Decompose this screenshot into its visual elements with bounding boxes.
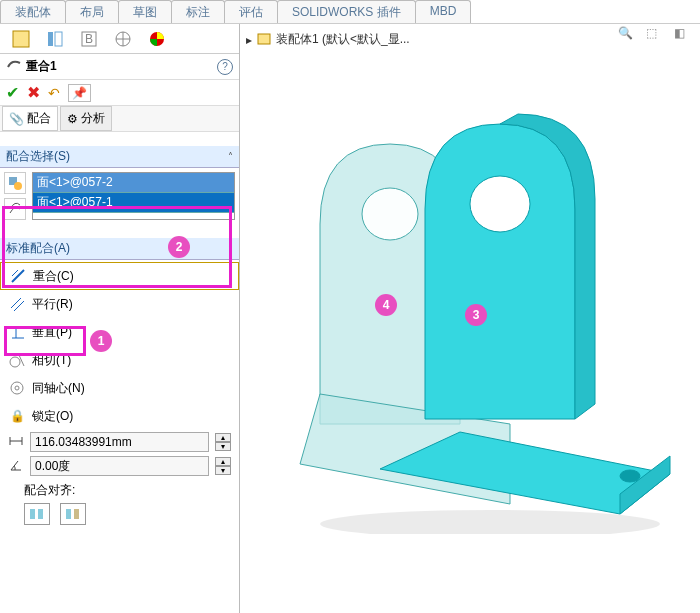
svg-point-17 <box>10 357 20 367</box>
chevron-up-icon: ˄ <box>228 243 233 254</box>
selection-item[interactable]: 面<1>@057-2 <box>33 173 234 193</box>
tab-sketch[interactable]: 草图 <box>118 0 172 23</box>
flyout-tree-label: 装配体1 (默认<默认_显... <box>276 31 410 48</box>
entity-filter-icon[interactable] <box>4 172 26 194</box>
subtab-analyze-label: 分析 <box>81 110 105 127</box>
tab-assembly[interactable]: 装配体 <box>0 0 66 23</box>
mate-label: 平行(R) <box>32 296 73 313</box>
mate-label: 相切(T) <box>32 352 71 369</box>
distance-row: ▴▾ <box>0 430 239 454</box>
mate-label: 锁定(O) <box>32 408 73 425</box>
svg-point-10 <box>14 182 22 190</box>
section-sel-label: 配合选择(S) <box>6 148 70 165</box>
mate-alignment: 配合对齐: <box>0 478 239 529</box>
svg-rect-27 <box>74 509 79 519</box>
angle-spinner[interactable]: ▴▾ <box>215 457 231 475</box>
feature-manager-icon[interactable] <box>10 28 32 50</box>
subtab-mate[interactable]: 📎配合 <box>2 106 58 131</box>
clip-icon: 📎 <box>9 112 24 126</box>
mate-tangent[interactable]: 相切(T) <box>0 346 239 374</box>
expand-icon[interactable]: ▸ <box>246 33 252 47</box>
selection-body: 面<1>@057-2 面<1>@057-1 <box>0 168 239 224</box>
svg-line-12 <box>12 270 18 276</box>
svg-rect-2 <box>55 32 62 46</box>
svg-text:B: B <box>85 32 93 46</box>
ok-icon[interactable]: ✔ <box>6 83 19 102</box>
graphics-area[interactable]: 🔍 ⬚ ◧ ▸ 装配体1 (默认<默认_显... <box>240 24 700 613</box>
mate-label: 同轴心(N) <box>32 380 85 397</box>
distance-icon <box>8 433 24 452</box>
tab-addins[interactable]: SOLIDWORKS 插件 <box>277 0 416 23</box>
align-opposed-button[interactable] <box>60 503 86 525</box>
property-manager: B 重合1 ? ✔ ✖ ↶ 📌 📎配合 ⚙分析 配合选择(S) ˄ <box>0 24 240 613</box>
svg-rect-28 <box>258 34 270 44</box>
svg-rect-25 <box>38 509 43 519</box>
svg-point-31 <box>620 470 640 482</box>
svg-point-19 <box>11 382 23 394</box>
svg-line-13 <box>11 298 21 308</box>
section-std-label: 标准配合(A) <box>6 240 70 257</box>
pm-toolbar: B <box>0 24 239 54</box>
selection-list[interactable]: 面<1>@057-2 面<1>@057-1 <box>32 172 235 220</box>
standard-mates-body: 重合(C) 平行(R) 垂直(P) 相切(T) 同轴心(N) 🔒锁定(O) ▴▾… <box>0 260 239 531</box>
svg-line-14 <box>14 301 24 311</box>
view-cube-icon[interactable]: ⬚ <box>646 26 666 46</box>
mate-concentric[interactable]: 同轴心(N) <box>0 374 239 402</box>
mate-parallel[interactable]: 平行(R) <box>0 290 239 318</box>
section-standard-mates[interactable]: 标准配合(A) ˄ <box>0 238 239 260</box>
tangent-icon <box>8 351 26 369</box>
command-tabs: 装配体 布局 草图 标注 评估 SOLIDWORKS 插件 MBD <box>0 0 700 24</box>
svg-rect-26 <box>66 509 71 519</box>
pm-confirm-row: ✔ ✖ ↶ 📌 <box>0 80 239 106</box>
subtab-mate-label: 配合 <box>27 110 51 127</box>
svg-point-29 <box>362 188 418 240</box>
property-manager-icon[interactable] <box>44 28 66 50</box>
assembly-icon <box>256 30 272 49</box>
tab-mbd[interactable]: MBD <box>415 0 472 23</box>
angle-row: ▴▾ <box>0 454 239 478</box>
cancel-icon[interactable]: ✖ <box>27 83 40 102</box>
annotation-callout: 3 <box>465 304 487 326</box>
pushpin-icon[interactable]: 📌 <box>68 84 91 102</box>
perpendicular-icon <box>8 323 26 341</box>
help-icon[interactable]: ? <box>217 59 233 75</box>
lock-icon: 🔒 <box>8 407 26 425</box>
section-mate-selections[interactable]: 配合选择(S) ˄ <box>0 146 239 168</box>
display-manager-icon[interactable] <box>146 28 168 50</box>
multi-mate-icon[interactable] <box>4 198 26 220</box>
annotation-callout: 2 <box>168 236 190 258</box>
chevron-up-icon: ˄ <box>228 151 233 162</box>
tab-layout[interactable]: 布局 <box>65 0 119 23</box>
pm-title-row: 重合1 ? <box>0 54 239 80</box>
undo-icon[interactable]: ↶ <box>48 85 60 101</box>
annotation-callout: 1 <box>90 330 112 352</box>
mate-perpendicular[interactable]: 垂直(P) <box>0 318 239 346</box>
angle-input[interactable] <box>30 456 209 476</box>
zoom-icon[interactable]: 🔍 <box>618 26 638 46</box>
flyout-tree[interactable]: ▸ 装配体1 (默认<默认_显... <box>246 30 410 49</box>
dimxpert-icon[interactable] <box>112 28 134 50</box>
tab-annotate[interactable]: 标注 <box>171 0 225 23</box>
concentric-icon <box>8 379 26 397</box>
mate-coincident[interactable]: 重合(C) <box>0 262 239 290</box>
mate-label: 重合(C) <box>33 268 74 285</box>
svg-rect-0 <box>13 31 29 47</box>
mate-icon <box>6 57 22 76</box>
tab-evaluate[interactable]: 评估 <box>224 0 278 23</box>
model-view[interactable] <box>260 64 690 534</box>
align-same-button[interactable] <box>24 503 50 525</box>
mate-lock[interactable]: 🔒锁定(O) <box>0 402 239 430</box>
pm-subtabs: 📎配合 ⚙分析 <box>0 106 239 132</box>
section-view-icon[interactable]: ◧ <box>674 26 694 46</box>
svg-rect-1 <box>48 32 53 46</box>
selection-item[interactable]: 面<1>@057-1 <box>33 193 234 213</box>
svg-point-30 <box>470 176 530 232</box>
distance-input[interactable] <box>30 432 209 452</box>
svg-point-32 <box>320 510 660 534</box>
parallel-icon <box>8 295 26 313</box>
coincident-icon <box>9 267 27 285</box>
angle-icon <box>8 457 24 476</box>
distance-spinner[interactable]: ▴▾ <box>215 433 231 451</box>
subtab-analyze[interactable]: ⚙分析 <box>60 106 112 131</box>
config-manager-icon[interactable]: B <box>78 28 100 50</box>
